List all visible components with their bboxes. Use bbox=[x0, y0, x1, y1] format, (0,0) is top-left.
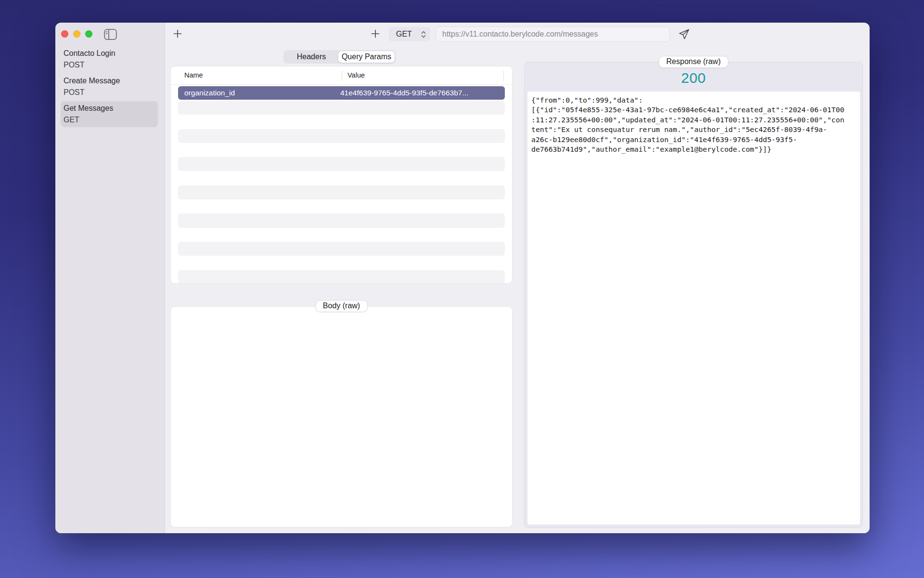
zoom-window-button[interactable] bbox=[85, 30, 92, 38]
sidebar-item-contacto-login[interactable]: Contacto Login POST bbox=[61, 46, 158, 72]
response-body-box: {"from":0,"to":999,"data": [{"id":"05f4e… bbox=[527, 92, 860, 525]
response-status-code: 200 bbox=[525, 70, 862, 86]
column-header-value: Value bbox=[347, 71, 365, 79]
request-method: POST bbox=[64, 59, 155, 71]
column-divider bbox=[503, 71, 504, 81]
request-view-tabs: Headers Query Params bbox=[283, 50, 396, 64]
window-controls bbox=[61, 30, 92, 38]
param-row-empty[interactable] bbox=[178, 143, 505, 157]
param-row-empty[interactable] bbox=[178, 228, 505, 242]
body-raw-badge: Body (raw) bbox=[315, 300, 368, 312]
response-panel: Response (raw) 200 {"from":0,"to":999,"d… bbox=[525, 62, 862, 527]
request-method: GET bbox=[64, 114, 155, 126]
method-select[interactable]: GET bbox=[389, 27, 430, 41]
tab-query-params[interactable]: Query Params bbox=[338, 51, 395, 63]
sidebar-item-create-message[interactable]: Create Message POST bbox=[61, 74, 158, 100]
params-empty-rows bbox=[178, 101, 505, 283]
request-body-panel: Body (raw) bbox=[171, 307, 512, 527]
column-divider bbox=[342, 71, 342, 81]
param-row-selected[interactable]: organization_id 41e4f639-9765-4dd5-93f5-… bbox=[178, 86, 505, 100]
params-rows: organization_id 41e4f639-9765-4dd5-93f5-… bbox=[178, 86, 505, 283]
param-row-empty[interactable] bbox=[178, 242, 505, 256]
param-row-empty[interactable] bbox=[178, 199, 505, 213]
add-tab-button[interactable] bbox=[370, 28, 381, 39]
url-input[interactable] bbox=[436, 26, 670, 42]
column-header-name: Name bbox=[184, 71, 203, 79]
sidebar-toggle-button[interactable] bbox=[103, 28, 117, 40]
param-row-empty[interactable] bbox=[178, 157, 505, 171]
sidebar-panel-icon bbox=[104, 29, 117, 40]
params-table-header: Name Value bbox=[171, 66, 512, 85]
app-window: Contacto Login POST Create Message POST … bbox=[55, 23, 870, 533]
param-row-empty[interactable] bbox=[178, 213, 505, 227]
param-row-empty[interactable] bbox=[178, 101, 505, 115]
response-raw-badge: Response (raw) bbox=[659, 56, 729, 68]
param-row-empty[interactable] bbox=[178, 270, 505, 283]
param-value-cell: 41e4f639-9765-4dd5-93f5-de7663b7... bbox=[340, 89, 468, 97]
close-window-button[interactable] bbox=[61, 30, 68, 38]
tab-headers[interactable]: Headers bbox=[284, 51, 338, 63]
chevron-up-down-icon bbox=[421, 30, 426, 39]
minimize-window-button[interactable] bbox=[73, 30, 80, 38]
paper-plane-icon bbox=[678, 28, 690, 40]
main-area: GET Headers Query Params bbox=[165, 23, 870, 533]
plus-icon bbox=[371, 29, 380, 39]
plus-icon bbox=[173, 29, 182, 39]
response-body-text: {"from":0,"to":999,"data": [{"id":"05f4e… bbox=[531, 95, 856, 154]
param-name-cell: organization_id bbox=[178, 89, 340, 97]
send-request-button[interactable] bbox=[676, 27, 692, 41]
request-name: Get Messages bbox=[64, 102, 155, 114]
param-row-empty[interactable] bbox=[178, 256, 505, 270]
request-name: Create Message bbox=[64, 75, 155, 87]
sidebar: Contacto Login POST Create Message POST … bbox=[55, 23, 165, 533]
param-row-empty[interactable] bbox=[178, 115, 505, 129]
sidebar-item-get-messages[interactable]: Get Messages GET bbox=[61, 101, 158, 127]
request-name: Contacto Login bbox=[64, 47, 155, 59]
desktop-background: Contacto Login POST Create Message POST … bbox=[0, 0, 924, 578]
query-params-panel: Name Value organization_id 41e4f639-9765… bbox=[171, 66, 512, 283]
param-row-empty[interactable] bbox=[178, 129, 505, 143]
method-select-value: GET bbox=[396, 30, 412, 39]
param-row-empty[interactable] bbox=[178, 185, 505, 199]
request-list: Contacto Login POST Create Message POST … bbox=[61, 46, 158, 129]
param-row-empty[interactable] bbox=[178, 171, 505, 185]
request-method: POST bbox=[64, 87, 155, 98]
add-request-button[interactable] bbox=[172, 28, 183, 39]
